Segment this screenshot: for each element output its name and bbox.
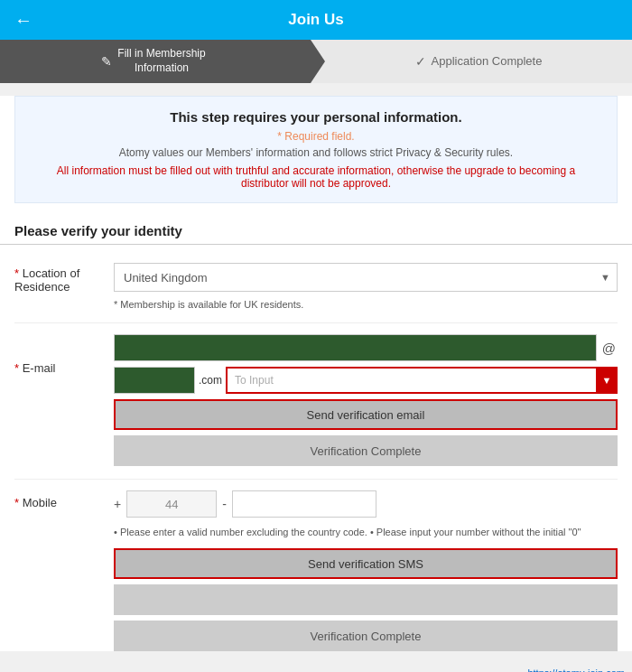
step-complete-label: Application Complete xyxy=(432,54,543,70)
step-complete: ✓ Application Complete xyxy=(325,40,632,83)
sms-verification-complete-button: Verification Complete xyxy=(114,621,618,651)
info-required: * Required field. xyxy=(33,130,599,143)
step-fill-label: Fill in MembershipInformation xyxy=(117,47,205,75)
email-label: * E-mail xyxy=(14,334,114,375)
location-label: * Location ofResidence xyxy=(14,263,114,294)
steps-bar: ✎ Fill in MembershipInformation ✓ Applic… xyxy=(0,40,632,83)
info-warning: All information must be filled out with … xyxy=(33,164,599,190)
phone-hint: • Please enter a valid number excluding … xyxy=(114,527,618,537)
section-title: Please verify your identity xyxy=(0,216,632,245)
mobile-control: + - • Please enter a valid number exclud… xyxy=(114,490,618,651)
step-fill[interactable]: ✎ Fill in MembershipInformation xyxy=(0,40,325,83)
email-domain-input[interactable] xyxy=(114,367,195,394)
email-provider-select[interactable]: To Input xyxy=(226,367,618,394)
back-button[interactable]: ← xyxy=(14,10,33,31)
send-sms-button[interactable]: Send verification SMS xyxy=(114,548,618,579)
step-fill-icon: ✎ xyxy=(101,54,112,69)
domain-suffix: .com xyxy=(199,374,222,387)
footer-watermark: https://atomy-join.com xyxy=(0,664,632,672)
at-icon: @ xyxy=(600,341,618,356)
sms-empty-bar xyxy=(114,584,618,615)
location-row: * Location ofResidence United Kingdom ▼ … xyxy=(14,256,618,310)
location-select[interactable]: United Kingdom xyxy=(114,263,618,292)
email-row: * E-mail @ .com To Input xyxy=(14,322,618,466)
email-control: @ .com To Input ▼ Send v xyxy=(114,334,618,466)
location-hint: * Membership is available for UK residen… xyxy=(114,299,618,310)
location-control: United Kingdom ▼ * Membership is availab… xyxy=(114,263,618,310)
mobile-label: * Mobile xyxy=(14,490,114,509)
page-title: Join Us xyxy=(14,11,618,29)
email-username-input[interactable] xyxy=(114,334,597,361)
phone-dash-sign: - xyxy=(222,497,227,511)
info-box: This step requires your personal informa… xyxy=(14,96,618,203)
info-privacy: Atomy values our Members' information an… xyxy=(33,146,599,159)
phone-code-input[interactable] xyxy=(126,490,217,518)
header: ← Join Us xyxy=(0,0,632,40)
send-email-button[interactable]: Send verification email xyxy=(114,399,618,430)
mobile-row: * Mobile + - • Please enter a valid numb… xyxy=(14,479,618,651)
email-verification-complete-button: Verification Complete xyxy=(114,435,618,466)
phone-plus-sign: + xyxy=(114,497,121,511)
phone-number-input[interactable] xyxy=(232,490,376,518)
step-complete-icon: ✓ xyxy=(415,54,426,69)
info-title: This step requires your personal informa… xyxy=(33,109,599,125)
